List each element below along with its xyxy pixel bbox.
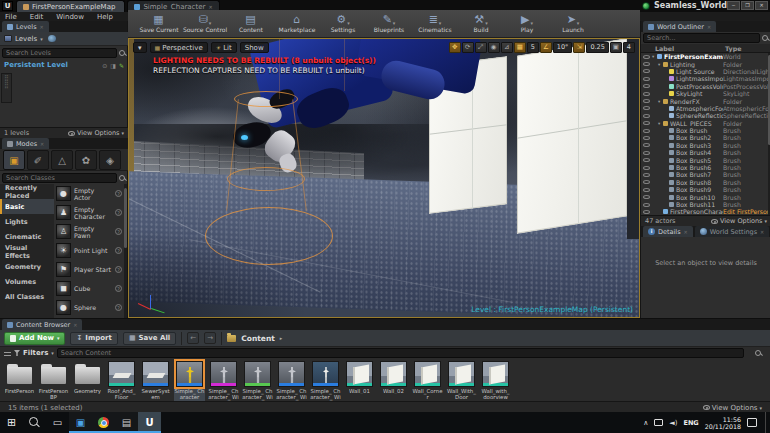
- classes-search-input[interactable]: [2, 173, 117, 183]
- toolbar-button[interactable]: ≣ ▾ Cinematics: [412, 10, 458, 37]
- outliner-row[interactable]: PostProcessVolume PostProcessVolum: [641, 83, 768, 90]
- taskbar-app-icon[interactable]: [46, 412, 69, 433]
- viewport[interactable]: ▾ ▦ Perspective ☀ Lit Show LIGHTING NEED…: [128, 38, 640, 318]
- placement-category[interactable]: Visual Effects: [0, 244, 54, 259]
- mode-tool-button[interactable]: ✿: [75, 150, 97, 170]
- placement-category[interactable]: Cinematic: [0, 229, 54, 244]
- clock[interactable]: 11:56 20/11/2018: [705, 416, 741, 430]
- outliner-row[interactable]: Box Brush Brush: [641, 127, 768, 134]
- breadcrumb-chevron-icon[interactable]: ▸: [280, 335, 283, 341]
- asset-tile[interactable]: Roof_And_ Floor: [106, 360, 137, 407]
- visibility-eye-icon[interactable]: [643, 136, 650, 140]
- tab-modes[interactable]: Modes ✕: [2, 138, 49, 149]
- column-header-type[interactable]: Type: [725, 45, 770, 52]
- window-control-button[interactable]: ─: [727, 1, 740, 10]
- outliner-row[interactable]: Box Brush8 Brush: [641, 179, 768, 186]
- show-button[interactable]: Show: [240, 42, 269, 53]
- transform-toolbar-button[interactable]: ⟳: [462, 42, 474, 53]
- asset-tile[interactable]: Simple_ Character: [174, 360, 205, 407]
- transform-toolbar-button[interactable]: ⇲: [573, 42, 585, 53]
- visibility-eye-icon[interactable]: [643, 203, 650, 207]
- outliner-row[interactable]: Box Brush6 Brush: [641, 164, 768, 171]
- visibility-eye-icon[interactable]: [643, 106, 650, 110]
- placement-category[interactable]: All Classes: [0, 289, 54, 304]
- asset-tile[interactable]: Simple_ Character_ With: [276, 360, 307, 407]
- outliner-row[interactable]: Box Brush5 Brush: [641, 156, 768, 163]
- window-control-button[interactable]: ✕: [755, 1, 768, 10]
- outliner-search-input[interactable]: [643, 33, 760, 43]
- content-search-input[interactable]: [57, 348, 744, 358]
- toolbar-button[interactable]: ▦ Save Current: [136, 10, 182, 37]
- outliner-row[interactable]: Box Brush10 Brush: [641, 193, 768, 200]
- tab-close-icon[interactable]: ✕: [40, 141, 44, 147]
- tray-expand-icon[interactable]: ∧: [643, 419, 648, 427]
- outliner-row[interactable]: AtmosphericFog AtmosphericFog: [641, 105, 768, 112]
- placement-item[interactable]: ● Empty Actor ?: [54, 184, 124, 203]
- mode-tool-button[interactable]: ◈: [99, 150, 121, 170]
- visibility-eye-icon[interactable]: [643, 180, 650, 184]
- visibility-eye-icon[interactable]: [643, 158, 650, 162]
- tab-close-icon[interactable]: ✕: [40, 24, 44, 30]
- outliner-row[interactable]: SphereReflectionCapture SphereReflection: [641, 112, 768, 119]
- outliner-row[interactable]: ▾ FirstPersonExampleMap (Editor) World: [641, 53, 768, 60]
- taskbar-app-icon[interactable]: [0, 412, 23, 433]
- placement-item[interactable]: ⚑ Player Start ?: [54, 260, 124, 279]
- visibility-eye-icon[interactable]: [643, 69, 650, 73]
- placement-item[interactable]: ☀ Point Light ?: [54, 241, 124, 260]
- transform-toolbar-button[interactable]: ∠: [540, 42, 552, 53]
- asset-tile[interactable]: FirstPerson: [4, 360, 35, 407]
- toolbar-button[interactable]: ✎ ▾ Blueprints: [366, 10, 412, 37]
- tab-world-outliner[interactable]: World Outliner ✕: [643, 21, 716, 32]
- outliner-row[interactable]: SkyLight SkyLight: [641, 90, 768, 97]
- transform-toolbar-button[interactable]: ⤢: [475, 42, 487, 53]
- outliner-row[interactable]: FirstPersonCharacter Edit FirstPersonCh: [641, 208, 768, 215]
- mode-tool-button[interactable]: ✐: [27, 150, 49, 170]
- window-control-button[interactable]: ❐: [741, 1, 754, 10]
- toolbar-button[interactable]: ⛁ ▾ Source Control: [182, 10, 228, 37]
- filters-dropdown[interactable]: Filters: [23, 349, 48, 357]
- edit-pencil-icon[interactable]: ✎: [119, 62, 124, 69]
- gamepad-icon[interactable]: ◨: [110, 62, 116, 69]
- asset-tile[interactable]: Simple_ Character_ With: [310, 360, 341, 407]
- transform-toolbar-button[interactable]: ✥: [449, 42, 461, 53]
- menu-item[interactable]: Edit: [30, 13, 44, 21]
- perspective-button[interactable]: ▦ Perspective: [150, 42, 208, 53]
- sources-panel-icon[interactable]: [4, 350, 11, 356]
- levels-dropdown[interactable]: Levels: [15, 35, 37, 43]
- outliner-row[interactable]: ▾ WALL_PIECES Folder: [641, 120, 768, 127]
- transform-toolbar-button[interactable]: ⊿: [501, 42, 513, 53]
- placement-category[interactable]: Recently Placed: [0, 184, 54, 199]
- outliner-row[interactable]: Box Brush4 Brush: [641, 149, 768, 156]
- import-button[interactable]: ↧ Import: [70, 332, 117, 345]
- asset-tile[interactable]: Wall_with_ doorview: [480, 360, 511, 407]
- visibility-eye-icon[interactable]: [643, 173, 650, 177]
- tab-world-settings[interactable]: World Settings ✕: [695, 226, 770, 237]
- visibility-eye-icon[interactable]: [643, 114, 650, 118]
- toolbar-button[interactable]: ▶ ▾ Play: [504, 10, 550, 37]
- persistent-level-row[interactable]: Persistent Level ⊙ ◨ ✎: [0, 60, 128, 70]
- show-desktop-button[interactable]: [765, 412, 767, 433]
- forward-button[interactable]: →: [204, 332, 216, 344]
- menu-item[interactable]: File: [5, 13, 17, 21]
- asset-tile[interactable]: FirstPerson BP: [38, 360, 69, 407]
- taskbar-app-icon[interactable]: [23, 412, 46, 433]
- visibility-eye-icon[interactable]: ⊙: [102, 62, 107, 69]
- visibility-eye-icon[interactable]: [643, 77, 650, 81]
- outliner-row[interactable]: Box Brush11 Brush: [641, 201, 768, 208]
- volume-icon[interactable]: ◄): [669, 419, 677, 427]
- outliner-row[interactable]: Box Brush9 Brush: [641, 186, 768, 193]
- visibility-eye-icon[interactable]: [643, 188, 650, 192]
- tab-levels[interactable]: Levels ✕: [2, 21, 49, 32]
- visibility-eye-icon[interactable]: [643, 62, 650, 66]
- outliner-row[interactable]: Light Source DirectionalLight: [641, 68, 768, 75]
- transform-toolbar-button[interactable]: 4: [623, 42, 635, 53]
- visibility-eye-icon[interactable]: [643, 129, 650, 133]
- outliner-view-options[interactable]: View Options ▾: [711, 217, 767, 225]
- tab-close-icon[interactable]: ✕: [684, 229, 688, 235]
- visibility-eye-icon[interactable]: [643, 166, 650, 170]
- toolbar-button[interactable]: ⚙ ▾ Settings: [320, 10, 366, 37]
- transform-toolbar-button[interactable]: ◉: [488, 42, 500, 53]
- asset-tile[interactable]: Wall_01: [344, 360, 375, 407]
- placement-item[interactable]: ◼ Cube ?: [54, 279, 124, 298]
- transform-toolbar-button[interactable]: ▦: [514, 42, 526, 53]
